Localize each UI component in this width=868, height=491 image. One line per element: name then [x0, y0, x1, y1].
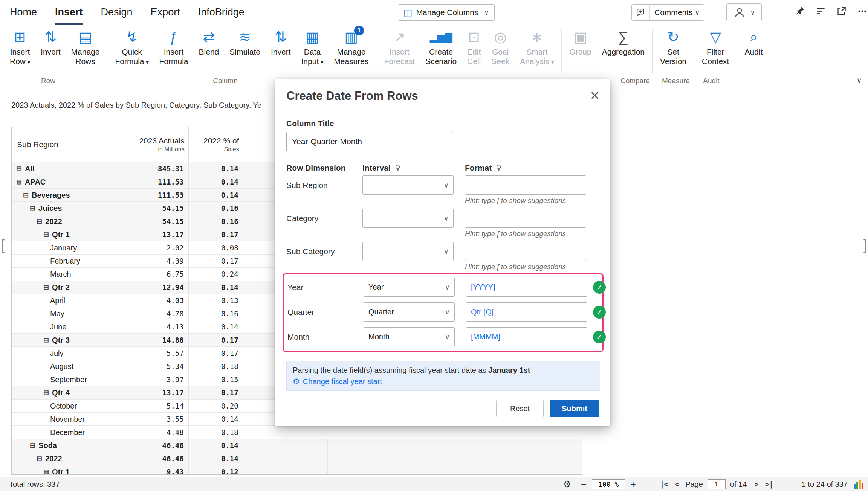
collapse-icon[interactable]: ⊟ [43, 336, 49, 344]
ribbon-group-divider [694, 29, 694, 73]
quick-formula-icon: ↯ [126, 28, 138, 46]
left-pane-handle[interactable]: [ [1, 237, 5, 253]
tab-design[interactable]: Design [101, 0, 133, 25]
tab-infobridge[interactable]: InfoBridge [198, 0, 245, 25]
ribbon-insert-row-button[interactable]: ⊞InsertRow▾ [5, 28, 35, 67]
interval-select-sub-category[interactable]: ∨ [362, 242, 454, 261]
table-row[interactable]: ⊟202246.460.14 [12, 452, 582, 465]
pin-button[interactable] [795, 6, 805, 16]
comments-button[interactable]: Comments ∨ [650, 5, 704, 20]
format-input-month[interactable] [466, 327, 587, 346]
prev-page-button[interactable]: < [675, 480, 679, 488]
row-label-cell: January [12, 241, 132, 254]
audit-icon: ⌕ [750, 28, 758, 46]
ribbon-quick-formula-button[interactable]: ↯QuickFormula▾ [110, 28, 154, 67]
dialog-actions: Reset Submit [286, 400, 599, 417]
zoom-out-button[interactable]: − [581, 480, 587, 488]
tab-home[interactable]: Home [10, 0, 37, 25]
ribbon-group-button: ▣Group [564, 28, 596, 56]
empty-cell [384, 452, 442, 465]
page-number-input[interactable] [708, 479, 726, 489]
ribbon-invert-row-button[interactable]: ⇅Invert [35, 28, 66, 56]
ribbon-audit-button[interactable]: ⌕Audit [739, 28, 768, 56]
collapse-icon[interactable]: ⊟ [16, 165, 22, 173]
collapse-icon[interactable]: ⊟ [37, 454, 42, 463]
format-input-sub-category[interactable] [465, 242, 586, 261]
zoom-level-input[interactable] [592, 479, 625, 489]
ribbon-set-version-button[interactable]: ↻SetVersion [655, 28, 692, 66]
insert-formula-icon: ƒ [170, 28, 177, 46]
ribbon-simulate-button[interactable]: ≋Simulate [224, 28, 266, 56]
blend-label: Blend [199, 47, 219, 56]
collapse-icon[interactable]: ⊟ [37, 217, 42, 226]
collapse-icon[interactable]: ⊟ [30, 204, 35, 212]
column-title-label: Column Title [286, 119, 599, 128]
ribbon-filter-context-button[interactable]: ▽FilterContext [697, 28, 734, 66]
value-2022-cell: 0.24 [189, 268, 243, 281]
row-label-cell: ⊟Qtr 2 [12, 281, 132, 294]
empty-cell [512, 439, 582, 452]
format-input-year[interactable] [466, 278, 587, 297]
right-pane-handle[interactable]: ] [863, 237, 867, 253]
ribbon-manage-measures-button[interactable]: ▥1ManageMeasures [329, 28, 374, 66]
collapse-icon[interactable]: ⊟ [23, 191, 29, 199]
column-header[interactable]: 2023 Actualsin Millions [132, 127, 189, 162]
zoom-in-button[interactable]: + [630, 479, 636, 490]
manage-columns-button[interactable]: ◫ Manage Columns ∨ [398, 4, 495, 21]
interval-select-sub-region[interactable]: ∨ [362, 175, 454, 195]
format-input-sub-region[interactable] [465, 175, 586, 195]
interval-select-month[interactable]: Month∨ [364, 327, 455, 346]
simulate-label: Simulate [229, 47, 260, 56]
interval-select-category[interactable]: ∨ [362, 209, 454, 228]
column-header[interactable]: Sub Region [12, 127, 132, 162]
collapse-ribbon-button[interactable]: ∨ [856, 76, 862, 85]
ribbon-aggregation-button[interactable]: ∑Aggregation [597, 28, 650, 56]
view-options-button[interactable] [816, 6, 826, 16]
ribbon-manage-rows-button[interactable]: ▤ManageRows [66, 28, 105, 66]
ribbon: ⊞InsertRow▾⇅Invert▤ManageRows↯QuickFormu… [0, 25, 868, 87]
collapse-icon[interactable]: ⊟ [43, 283, 49, 291]
interval-select-year[interactable]: Year∨ [364, 278, 455, 297]
insert-forecast-icon: ↗ [393, 28, 405, 46]
format-input-category[interactable] [465, 209, 586, 228]
ribbon-invert-column-button[interactable]: ⇅Invert [266, 28, 296, 56]
collapse-icon[interactable]: ⊟ [43, 230, 49, 239]
ribbon-insert-formula-button[interactable]: ƒInsertFormula [154, 28, 194, 66]
close-icon[interactable]: × [590, 89, 599, 102]
format-input-quarter[interactable] [466, 302, 587, 322]
more-button[interactable] [857, 6, 867, 16]
column-title-input[interactable] [286, 132, 453, 151]
value-2023-cell: 3.55 [132, 413, 189, 425]
audit-label: Audit [744, 47, 763, 56]
next-page-button[interactable]: > [754, 480, 758, 488]
ribbon-create-scenario-button[interactable]: ▂▅▇CreateScenario [420, 28, 462, 66]
chevron-down-icon: ∨ [484, 9, 489, 17]
tab-insert[interactable]: Insert [55, 0, 83, 25]
value-2022-cell: 0.08 [189, 241, 243, 254]
table-row[interactable]: December4.480.18 [12, 426, 582, 439]
submit-button[interactable]: Submit [550, 400, 599, 417]
column-header[interactable]: 2022 % ofSales [189, 127, 243, 162]
add-comment-button[interactable] [632, 5, 650, 20]
collapse-icon[interactable]: ⊟ [16, 178, 22, 186]
chevron-down-icon: ▾ [321, 59, 323, 65]
reset-button[interactable]: Reset [496, 400, 544, 417]
change-fiscal-year-link[interactable]: ⚙ Change fiscal year start [293, 377, 594, 386]
tab-export[interactable]: Export [151, 0, 180, 25]
collapse-icon[interactable]: ⊟ [43, 389, 49, 397]
table-row[interactable]: ⊟Soda46.460.14 [12, 439, 582, 452]
value-2023-cell: 5.57 [132, 347, 189, 360]
collapse-icon[interactable]: ⊟ [30, 441, 35, 450]
collapse-icon[interactable]: ⊟ [43, 468, 49, 475]
account-button[interactable]: ∨ [726, 3, 762, 21]
ribbon-data-input-button[interactable]: ▦DataInput▾ [296, 28, 329, 67]
row-label-cell: February [12, 255, 132, 267]
ribbon-blend-button[interactable]: ⇄Blend [194, 28, 225, 56]
first-page-button[interactable]: |< [660, 480, 668, 488]
last-page-button[interactable]: >| [765, 480, 773, 488]
table-settings-button[interactable]: ⚙ [563, 479, 571, 489]
interval-select-quarter[interactable]: Quarter∨ [364, 302, 455, 322]
table-row[interactable]: ⊟Qtr 19.430.12 [12, 465, 582, 475]
popout-button[interactable] [836, 6, 847, 16]
value-2022-cell: 0.17 [189, 334, 243, 346]
